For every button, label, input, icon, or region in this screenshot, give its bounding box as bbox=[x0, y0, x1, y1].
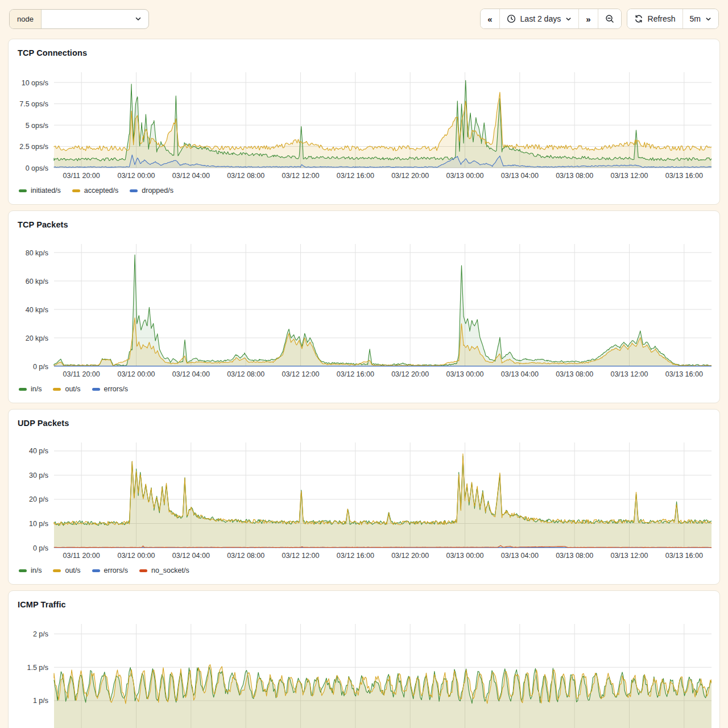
plot-area: 10 ops/s7.5 ops/s5 ops/s2.5 ops/s0 ops/s… bbox=[18, 72, 712, 183]
x-axis-tick: 03/13 12:00 bbox=[610, 370, 648, 378]
legend-swatch bbox=[19, 189, 27, 192]
legend-swatch bbox=[130, 189, 138, 192]
y-axis-tick: 10 ops/s bbox=[22, 79, 48, 87]
tcp-connections-legend: initiated/saccepted/sdropped/s bbox=[19, 185, 710, 196]
time-range-label: Last 2 days bbox=[520, 14, 561, 23]
double-chevron-right-icon: » bbox=[586, 15, 590, 23]
legend-label: in/s bbox=[31, 566, 42, 574]
plot-area: 80 kp/s60 kp/s40 kp/s20 kp/s0 p/s03/11 2… bbox=[18, 244, 712, 381]
x-axis-tick: 03/13 00:00 bbox=[446, 370, 483, 378]
icmp-traffic-chart[interactable]: 2 p/s1.5 p/s1 p/s500 mp/s bbox=[18, 624, 710, 728]
panel-title: UDP Packets bbox=[18, 419, 710, 428]
chevron-down-icon bbox=[135, 15, 142, 22]
legend-label: initiated/s bbox=[31, 187, 61, 195]
y-axis-tick: 30 p/s bbox=[29, 471, 48, 479]
legend-label: dropped/s bbox=[142, 187, 173, 195]
legend-swatch bbox=[53, 388, 61, 391]
x-axis-tick: 03/12 08:00 bbox=[227, 370, 264, 378]
chevron-down-icon bbox=[705, 16, 712, 22]
x-axis-tick: 03/13 16:00 bbox=[665, 370, 703, 378]
x-axis-tick: 03/12 20:00 bbox=[391, 370, 429, 378]
y-axis-tick: 7.5 ops/s bbox=[19, 100, 48, 108]
legend-item[interactable]: no_socket/s bbox=[139, 566, 189, 574]
legend-swatch bbox=[92, 569, 100, 572]
x-axis-tick: 03/12 00:00 bbox=[117, 172, 155, 180]
panel-tcp-packets: TCP Packets 80 kp/s60 kp/s40 kp/s20 kp/s… bbox=[8, 210, 720, 403]
legend-label: out/s bbox=[65, 385, 80, 393]
y-axis-tick: 1.5 p/s bbox=[27, 664, 48, 672]
y-axis-tick: 0 p/s bbox=[33, 363, 48, 371]
node-filter-select[interactable]: node bbox=[9, 9, 149, 29]
x-axis-tick: 03/12 20:00 bbox=[391, 552, 429, 560]
refresh-group: Refresh 5m bbox=[627, 9, 719, 29]
legend-item[interactable]: errors/s bbox=[92, 566, 128, 574]
tcp-packets-chart[interactable]: 80 kp/s60 kp/s40 kp/s20 kp/s0 p/s03/11 2… bbox=[18, 244, 710, 381]
time-range-picker-button[interactable]: Last 2 days bbox=[500, 9, 580, 28]
y-axis-tick: 10 p/s bbox=[29, 520, 48, 528]
x-axis-tick: 03/13 08:00 bbox=[556, 370, 593, 378]
node-filter-value[interactable] bbox=[42, 10, 148, 28]
x-axis-tick: 03/12 00:00 bbox=[117, 552, 155, 560]
legend-swatch bbox=[72, 189, 80, 192]
panel-title: TCP Packets bbox=[18, 220, 710, 229]
zoom-out-button[interactable] bbox=[598, 9, 621, 28]
legend-item[interactable]: errors/s bbox=[92, 385, 128, 393]
y-axis-tick: 40 kp/s bbox=[26, 306, 48, 314]
time-shift-forward-button[interactable]: » bbox=[579, 9, 598, 28]
legend-swatch bbox=[53, 569, 61, 572]
x-axis-tick: 03/13 08:00 bbox=[556, 172, 593, 180]
x-axis-tick: 03/13 04:00 bbox=[501, 370, 539, 378]
x-axis-tick: 03/12 04:00 bbox=[172, 552, 210, 560]
x-axis-tick: 03/11 20:00 bbox=[63, 370, 100, 378]
clock-icon bbox=[507, 14, 516, 23]
y-axis-tick: 20 p/s bbox=[29, 495, 48, 503]
legend-swatch bbox=[92, 388, 100, 391]
legend-item[interactable]: dropped/s bbox=[130, 187, 173, 195]
legend-item[interactable]: out/s bbox=[53, 385, 80, 393]
chevron-down-icon bbox=[565, 16, 572, 22]
udp-packets-chart[interactable]: 40 p/s30 p/s20 p/s10 p/s0 p/s03/11 20:00… bbox=[18, 442, 710, 562]
udp-packets-legend: in/sout/serrors/sno_socket/s bbox=[19, 565, 710, 576]
x-axis-tick: 03/12 08:00 bbox=[227, 172, 264, 180]
y-axis-tick: 2.5 ops/s bbox=[19, 143, 48, 151]
x-axis-tick: 03/12 16:00 bbox=[337, 172, 374, 180]
y-axis-tick: 2 p/s bbox=[33, 630, 48, 638]
legend-item[interactable]: initiated/s bbox=[19, 187, 61, 195]
x-axis-tick: 03/13 16:00 bbox=[665, 552, 703, 560]
plot-area: 40 p/s30 p/s20 p/s10 p/s0 p/s03/11 20:00… bbox=[18, 442, 712, 562]
y-axis-tick: 40 p/s bbox=[29, 447, 48, 455]
legend-label: in/s bbox=[31, 385, 42, 393]
refresh-interval-label: 5m bbox=[690, 14, 701, 23]
legend-item[interactable]: in/s bbox=[19, 385, 42, 393]
x-axis-tick: 03/12 12:00 bbox=[282, 370, 319, 378]
x-axis-tick: 03/12 04:00 bbox=[172, 370, 210, 378]
y-axis-tick: 20 kp/s bbox=[26, 334, 48, 342]
legend-swatch bbox=[139, 569, 147, 572]
time-range-group: « Last 2 days » bbox=[480, 9, 621, 29]
legend-label: out/s bbox=[65, 566, 80, 574]
double-chevron-left-icon: « bbox=[487, 15, 492, 23]
time-shift-back-button[interactable]: « bbox=[481, 9, 499, 28]
x-axis-tick: 03/12 12:00 bbox=[282, 552, 319, 560]
legend-label: errors/s bbox=[104, 566, 128, 574]
x-axis-tick: 03/12 04:00 bbox=[172, 172, 210, 180]
x-axis-tick: 03/13 12:00 bbox=[610, 172, 648, 180]
legend-label: errors/s bbox=[104, 385, 128, 393]
y-axis-tick: 1 p/s bbox=[33, 697, 48, 705]
x-axis-tick: 03/12 16:00 bbox=[337, 552, 374, 560]
x-axis-tick: 03/12 12:00 bbox=[282, 172, 319, 180]
legend-item[interactable]: in/s bbox=[19, 566, 42, 574]
panel-title: ICMP Traffic bbox=[18, 600, 710, 609]
y-axis-tick: 60 kp/s bbox=[26, 278, 48, 286]
panel-icmp-traffic: ICMP Traffic 2 p/s1.5 p/s1 p/s500 mp/s bbox=[8, 590, 720, 728]
legend-item[interactable]: accepted/s bbox=[72, 187, 118, 195]
refresh-label: Refresh bbox=[648, 14, 676, 23]
node-filter-label: node bbox=[10, 10, 42, 28]
legend-item[interactable]: out/s bbox=[53, 566, 80, 574]
tcp-connections-chart[interactable]: 10 ops/s7.5 ops/s5 ops/s2.5 ops/s0 ops/s… bbox=[18, 72, 710, 183]
x-axis-tick: 03/13 12:00 bbox=[610, 552, 648, 560]
refresh-interval-select[interactable]: 5m bbox=[683, 9, 718, 28]
x-axis-tick: 03/13 16:00 bbox=[665, 172, 703, 180]
refresh-button[interactable]: Refresh bbox=[627, 9, 683, 28]
x-axis-tick: 03/11 20:00 bbox=[63, 172, 100, 180]
